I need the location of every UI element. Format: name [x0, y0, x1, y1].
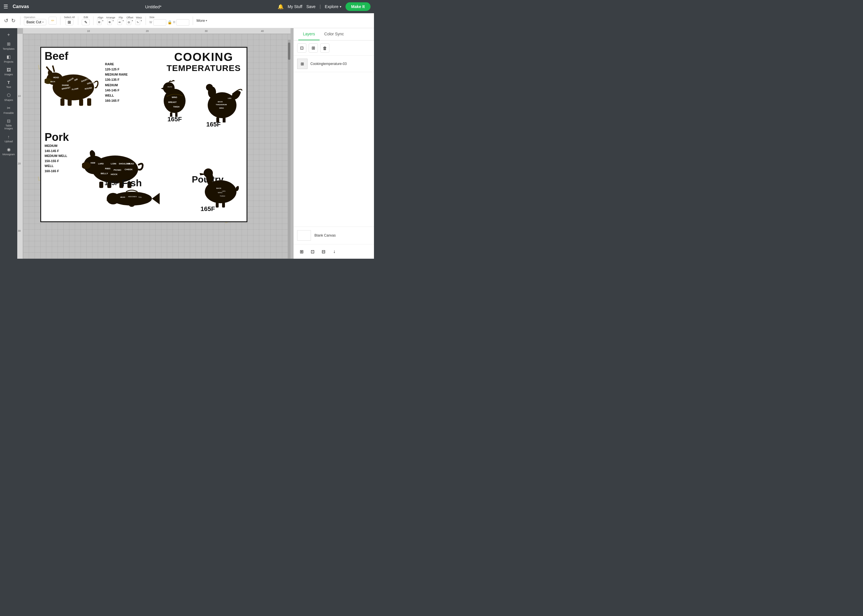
nav-separator: | — [320, 4, 321, 9]
sidebar-item-monogram[interactable]: ◉ Monogram — [1, 145, 16, 157]
edit-btn[interactable]: ✎ — [82, 19, 90, 25]
svg-text:THIGH: THIGH — [173, 106, 180, 108]
svg-text:LARD: LARD — [98, 163, 104, 165]
toolbar-sep-6 — [193, 16, 193, 25]
operation-group: Operation Basic Cut ▾ — [24, 16, 46, 25]
svg-text:HAM: HAM — [91, 162, 95, 164]
right-tabs: Layers Color Sync — [294, 28, 374, 41]
edit-color-btn[interactable]: ✏ — [49, 17, 57, 25]
panel-icon-group[interactable]: ⊡ — [297, 43, 306, 53]
size-group: Size W 🔒 H — [149, 16, 189, 25]
redo-button[interactable]: ↻ — [10, 16, 17, 25]
svg-text:LEG: LEG — [228, 97, 231, 99]
toolbar: ↺ ↻ Operation Basic Cut ▾ ✏ Select All ⊞… — [0, 13, 374, 28]
panel-icon-copy[interactable]: ⊞ — [309, 43, 318, 53]
more-btn[interactable]: More ▾ — [197, 19, 207, 23]
offset-group[interactable]: Offset ◎ ▾ — [126, 16, 133, 25]
align-group[interactable]: Align ⊟ ▾ — [97, 16, 104, 25]
turkey-section: BACK THIGH/DRUM WING LEG 165F — [198, 77, 244, 128]
panel-icon-delete[interactable]: 🗑 — [320, 43, 329, 53]
layer-item[interactable]: ⊞ Cookingtemperature-03 — [294, 56, 374, 72]
ruler-left: 10 20 30 — [17, 34, 23, 259]
operation-dropdown[interactable]: Basic Cut ▾ — [24, 19, 46, 25]
chicken-section: WING BREAST THIGH HEAD 165F — [156, 77, 193, 123]
svg-text:HEAD: HEAD — [128, 162, 134, 165]
svg-rect-5 — [68, 99, 72, 106]
ruler-top: 10 20 30 40 — [23, 28, 291, 34]
undo-button[interactable]: ↺ — [3, 16, 9, 25]
canvas-area: 10 20 30 40 10 20 30 LuckyDesign LuckyDe… — [17, 28, 293, 259]
select-all-group: Select All ⊞ — [64, 16, 74, 25]
panel-bottom-add[interactable]: ⊞ — [297, 247, 306, 256]
sidebar-item-table-images[interactable]: ⊟ TableImages — [1, 117, 16, 132]
sidebar-item-new[interactable]: + — [1, 30, 16, 39]
svg-text:BACK: BACK — [218, 101, 223, 103]
tab-colorsync[interactable]: Color Sync — [320, 28, 348, 40]
layer-thumbnail: ⊞ — [297, 59, 307, 69]
tab-layers[interactable]: Layers — [298, 28, 320, 40]
sidebar-item-templates[interactable]: ⊞ Templates — [1, 40, 16, 52]
right-panel: Layers Color Sync ⊡ ⊞ 🗑 ⊞ Cookingtempera… — [293, 28, 374, 259]
doc-title: Untitled* — [34, 4, 273, 9]
explore-button[interactable]: Explore ▾ — [325, 4, 341, 9]
bell-icon[interactable]: 🔔 — [277, 4, 283, 10]
design-inner: COOKING TEMPERATURES Beef — [41, 48, 247, 222]
svg-text:WING: WING — [219, 107, 224, 109]
svg-text:BREAST: BREAST — [168, 101, 177, 103]
beef-temps: RARE 120-125 F MEDIUM RARE 130-135 F MED… — [105, 61, 128, 103]
topbar: ☰ Canvas Untitled* 🔔 My Stuff Save | Exp… — [0, 0, 374, 13]
svg-text:ABDOMEN: ABDOMEN — [128, 196, 137, 198]
svg-text:THIGH/DRUM: THIGH/DRUM — [216, 104, 227, 105]
select-all-label: Select All — [64, 16, 74, 19]
svg-text:SHANK: SHANK — [62, 84, 69, 86]
hamburger-icon[interactable]: ☰ — [3, 3, 8, 10]
lock-icon[interactable]: 🔒 — [167, 20, 172, 24]
warp-group[interactable]: Warp ∿ ▾ — [135, 16, 142, 25]
sidebar-item-freeable[interactable]: ✂ Freeable — [1, 104, 16, 116]
pork-section: Pork MEDIUM 140-145 F MEDIUM WELL 150-15… — [44, 131, 148, 174]
arrange-group[interactable]: Arrange ⧉ ▾ — [106, 16, 115, 25]
duck-section: BACK WING THIGH LEG 165F — [195, 164, 244, 213]
main-layout: + ⊞ Templates ◧ Projects 🖼 Images T Text… — [0, 28, 374, 259]
scrollbar-thumb[interactable] — [288, 42, 290, 60]
svg-text:CHEEK: CHEEK — [124, 168, 132, 171]
svg-marker-20 — [161, 87, 164, 90]
my-stuff-link[interactable]: My Stuff — [288, 4, 302, 9]
svg-text:WING: WING — [172, 96, 178, 98]
toolbar-sep-2 — [60, 16, 60, 25]
panel-bottom-export[interactable]: ↓ — [330, 247, 339, 256]
svg-text:BELLY: BELLY — [101, 172, 108, 175]
height-input[interactable] — [176, 19, 189, 25]
left-sidebar: + ⊞ Templates ◧ Projects 🖼 Images T Text… — [0, 28, 17, 259]
svg-text:THIGH: THIGH — [220, 195, 225, 197]
nav-right: 🔔 My Stuff Save | Explore ▾ Make It — [277, 2, 370, 11]
canvas-content: LuckyDesign LuckyDesign LuckyDesign 2020… — [23, 34, 291, 259]
save-link[interactable]: Save — [306, 4, 316, 9]
svg-text:HOCK: HOCK — [111, 173, 118, 176]
svg-rect-60 — [216, 203, 219, 207]
sidebar-item-images[interactable]: 🖼 Images — [1, 66, 16, 78]
flip-group[interactable]: Flip ⇔ ▾ — [117, 16, 124, 25]
makeit-button[interactable]: Make It — [345, 2, 370, 11]
select-all-btn[interactable]: ⊞ — [65, 19, 73, 25]
design-card[interactable]: COOKING TEMPERATURES Beef — [40, 47, 247, 222]
sidebar-item-upload[interactable]: ↑ Upload — [1, 132, 16, 145]
pork-temps: MEDIUM 140-145 F MEDIUM WELL 150-155 F W… — [44, 143, 85, 174]
sidebar-item-text[interactable]: T Text — [1, 78, 16, 90]
blank-canvas-item[interactable]: Blank Canvas — [297, 230, 370, 240]
svg-text:PICNIC: PICNIC — [113, 169, 121, 171]
toolbar-sep-3 — [78, 16, 78, 25]
panel-bottom-options[interactable]: ⊡ — [308, 247, 317, 256]
svg-text:LEG: LEG — [222, 190, 225, 192]
width-input[interactable] — [153, 19, 166, 25]
svg-text:NECK: NECK — [50, 81, 55, 82]
beef-section: Beef — [44, 50, 142, 62]
sidebar-item-projects[interactable]: ◧ Projects — [1, 53, 16, 65]
edit-label: Edit — [84, 16, 88, 19]
panel-bottom-layers[interactable]: ⊟ — [319, 247, 328, 256]
panel-icons: ⊡ ⊞ 🗑 — [294, 41, 374, 56]
svg-point-59 — [204, 168, 213, 178]
vertical-scrollbar[interactable] — [288, 40, 291, 259]
svg-rect-61 — [222, 203, 225, 207]
sidebar-item-shapes[interactable]: ⬡ Shapes — [1, 91, 16, 103]
